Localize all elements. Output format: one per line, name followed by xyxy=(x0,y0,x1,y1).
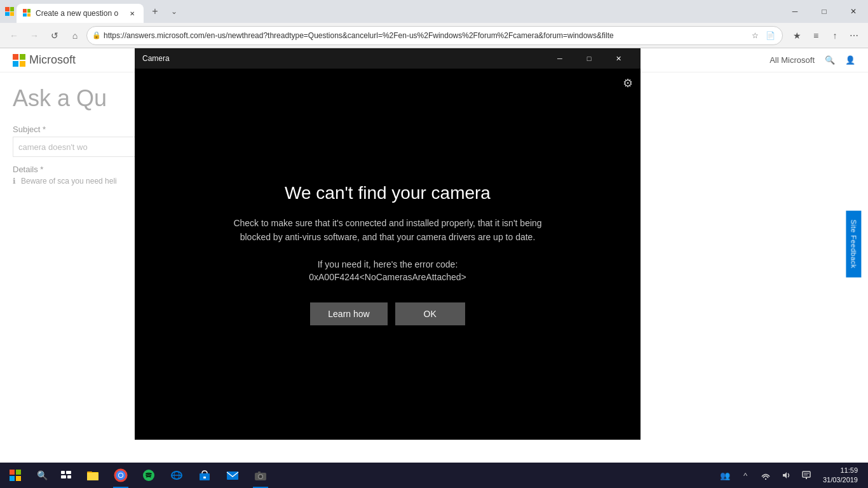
camera-settings-icon[interactable]: ⚙ xyxy=(623,76,633,90)
camera-error-content: We can't find your camera Check to make … xyxy=(135,69,641,440)
camera-error-code: 0xA00F4244<NoCamerasAreAttached> xyxy=(309,272,466,282)
windows-start-icon xyxy=(10,470,21,481)
ms-logo: Microsoft xyxy=(13,53,76,67)
svg-point-22 xyxy=(765,478,766,480)
taskbar-search-button[interactable]: 🔍 xyxy=(31,463,53,488)
search-icon[interactable]: 🔍 xyxy=(825,55,835,65)
svg-rect-0 xyxy=(61,471,65,474)
svg-rect-3 xyxy=(67,475,71,478)
tab-favicon xyxy=(23,9,32,18)
address-actions: ☆ 📄 xyxy=(748,29,777,43)
lock-icon: 🔒 xyxy=(92,31,101,39)
notice-icon: ℹ xyxy=(13,177,16,186)
browser-close-button[interactable]: ✕ xyxy=(839,0,868,23)
camera-error-description: Check to make sure that it's connected a… xyxy=(222,216,553,245)
home-button[interactable]: ⌂ xyxy=(66,27,84,44)
site-feedback-button[interactable]: Site Feedback xyxy=(846,211,862,278)
address-reader-button[interactable]: 📄 xyxy=(763,29,777,43)
all-microsoft-link[interactable]: All Microsoft xyxy=(770,55,815,65)
camera-titlebar: Camera ─ □ ✕ xyxy=(135,48,641,69)
camera-close-button[interactable]: ✕ xyxy=(604,51,633,66)
taskbar-right: 👥 ^ 11:59 31/03/2019 xyxy=(716,466,868,485)
refresh-button[interactable]: ↺ xyxy=(46,27,64,44)
svg-rect-1 xyxy=(66,471,71,474)
favorites-button[interactable]: ★ xyxy=(788,27,806,44)
svg-point-10 xyxy=(119,473,123,477)
svg-rect-16 xyxy=(203,477,206,478)
browser-window-controls: ─ □ ✕ xyxy=(780,0,868,23)
ok-button[interactable]: OK xyxy=(395,302,465,325)
address-bar[interactable]: 🔒 https://answers.microsoft.com/en-us/ne… xyxy=(86,26,783,45)
learn-how-button[interactable]: Learn how xyxy=(310,302,387,325)
camera-window: Camera ─ □ ✕ ⚙ We can't find your camera… xyxy=(135,48,641,440)
back-button[interactable]: ← xyxy=(5,27,23,44)
svg-rect-6 xyxy=(87,473,98,480)
taskbar-file-explorer[interactable] xyxy=(79,463,107,488)
browser-chrome: ─ □ ✕ Create a new question o xyxy=(0,0,868,48)
windows-icon-small xyxy=(5,7,14,16)
share-button[interactable]: ↑ xyxy=(826,27,844,44)
taskbar-mail[interactable] xyxy=(219,463,247,488)
address-bookmark-button[interactable]: ☆ xyxy=(748,29,762,43)
ms-logo-icon xyxy=(13,54,25,67)
browser-icon-area xyxy=(5,7,14,16)
taskbar: 🔍 xyxy=(0,463,868,488)
taskbar-time[interactable]: 11:59 31/03/2019 xyxy=(818,466,863,485)
camera-window-title: Camera xyxy=(142,54,170,63)
active-tab[interactable]: Create a new question o ✕ xyxy=(17,4,144,23)
new-tab-button[interactable]: + xyxy=(146,3,164,20)
taskbar-ie[interactable] xyxy=(163,463,191,488)
tab-close-button[interactable]: ✕ xyxy=(127,8,137,18)
svg-rect-2 xyxy=(61,475,66,478)
tab-bar: ─ □ ✕ Create a new question o xyxy=(0,0,868,23)
ms-logo-text: Microsoft xyxy=(29,53,76,67)
taskbar-spotify[interactable] xyxy=(135,463,163,488)
notification-icon[interactable] xyxy=(797,466,815,484)
volume-icon[interactable] xyxy=(777,466,795,484)
camera-window-controls: ─ □ ✕ xyxy=(545,51,633,66)
account-icon[interactable]: 👤 xyxy=(845,55,855,65)
camera-body: ⚙ We can't find your camera Check to mak… xyxy=(135,69,641,440)
people-icon[interactable]: 👥 xyxy=(716,466,734,484)
taskbar-store[interactable] xyxy=(191,463,219,488)
forward-button[interactable]: → xyxy=(25,27,43,44)
notice-text: Beware of sca you need heli xyxy=(21,177,117,186)
camera-error-title: We can't find your camera xyxy=(285,183,491,203)
browser-maximize-button[interactable]: □ xyxy=(810,0,839,23)
network-icon[interactable] xyxy=(757,466,775,484)
browser-actions: ★ ≡ ↑ ⋯ xyxy=(788,27,863,44)
taskbar-apps xyxy=(79,463,275,488)
svg-rect-23 xyxy=(803,471,810,477)
more-button[interactable]: ⋯ xyxy=(845,27,863,44)
camera-error-code-label: If you need it, here's the error code: xyxy=(318,259,458,269)
camera-minimize-button[interactable]: ─ xyxy=(545,51,574,66)
taskbar-task-view-button[interactable] xyxy=(53,463,79,488)
svg-rect-17 xyxy=(227,471,238,480)
tab-menu-button[interactable]: ⌄ xyxy=(165,3,183,20)
address-text: https://answers.microsoft.com/en-us/newt… xyxy=(104,31,745,40)
chevron-icon[interactable]: ^ xyxy=(736,466,754,484)
svg-rect-21 xyxy=(258,471,261,473)
camera-maximize-button[interactable]: □ xyxy=(574,51,604,66)
ms-header-right: All Microsoft 🔍 👤 xyxy=(770,55,855,65)
start-button[interactable] xyxy=(0,463,31,488)
browser-minimize-button[interactable]: ─ xyxy=(780,0,810,23)
reading-list-button[interactable]: ≡ xyxy=(807,27,825,44)
taskbar-chrome[interactable] xyxy=(107,463,135,488)
camera-buttons: Learn how OK xyxy=(310,302,465,325)
tab-label: Create a new question o xyxy=(36,9,123,18)
svg-point-20 xyxy=(259,475,262,478)
nav-bar: ← → ↺ ⌂ 🔒 https://answers.microsoft.com/… xyxy=(0,23,868,48)
taskbar-camera[interactable] xyxy=(247,463,275,488)
